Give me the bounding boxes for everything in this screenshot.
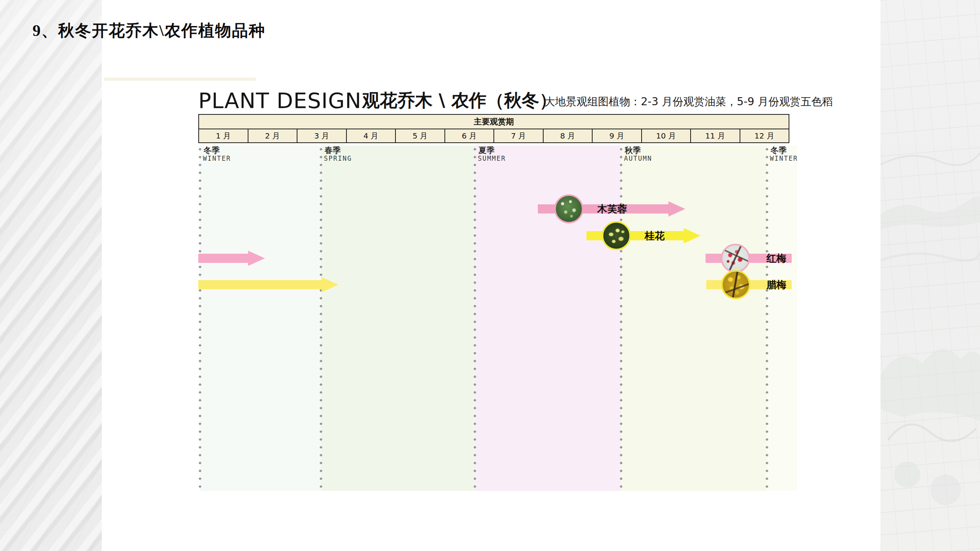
- season-label-cn: 夏季: [479, 145, 495, 156]
- season-label-cn: 春季: [325, 145, 341, 156]
- bloom-timeline-chart: 冬季WINTER春季SPRING夏季SUMMER秋季AUTUMN冬季WINTER…: [0, 0, 980, 551]
- bloom-bar: [706, 254, 792, 263]
- bloom-bar-arrowhead: [668, 201, 685, 217]
- right-ink-painting-texture: [880, 0, 980, 551]
- month-row: 1 月2 月3 月4 月5 月6 月7 月8 月9 月10 月11 月12 月: [199, 129, 789, 142]
- season-divider-dotted-line: [320, 148, 322, 491]
- month-cell: 7 月: [494, 129, 544, 142]
- bloom-bar-arrowhead: [248, 251, 265, 266]
- ink-landscape-art: [880, 0, 980, 551]
- bloom-bar-arrowhead: [322, 277, 338, 292]
- left-ink-painting-texture: [0, 0, 102, 551]
- chinese-subtitle: 观花乔木 \ 农作（秋冬）: [362, 89, 557, 112]
- season-band-autumn: [621, 145, 767, 491]
- month-cell: 10 月: [642, 129, 691, 142]
- month-cell: 8 月: [544, 129, 593, 142]
- season-band-summer: [475, 145, 621, 491]
- season-divider-dotted-line: [199, 148, 201, 491]
- plant-name-label: 腊梅: [766, 278, 786, 292]
- season-label-en: SPRING: [324, 155, 352, 162]
- mufurong-photo: [554, 194, 583, 223]
- note-text: 大地景观组图植物：2-3 月份观赏油菜，5-9 月份观赏五色稻: [544, 95, 833, 109]
- month-cell: 11 月: [691, 129, 740, 142]
- season-divider-dotted-line: [620, 148, 622, 491]
- season-band-spring: [321, 145, 475, 491]
- hongmei-photo: [721, 244, 750, 273]
- plant-design-title: PLANT DESIGN: [198, 88, 361, 113]
- month-cell: 2 月: [248, 129, 298, 142]
- bloom-bar: [198, 280, 322, 289]
- month-cell: 3 月: [297, 129, 347, 142]
- slide: 9、秋冬开花乔木\农作植物品种 PLANT DESIGN 观花乔木 \ 农作（秋…: [0, 0, 980, 551]
- month-cell: 4 月: [347, 129, 396, 142]
- season-label-en: SUMMER: [478, 155, 506, 162]
- plant-name-label: 红梅: [766, 252, 786, 265]
- month-cell: 1 月: [199, 129, 248, 142]
- bloom-bar: [198, 254, 248, 263]
- season-divider-dotted-line: [474, 148, 476, 491]
- bloom-bar: [706, 280, 792, 289]
- season-band-winter: [200, 145, 321, 491]
- season-label-cn: 冬季: [204, 145, 220, 156]
- page-title: 9、秋冬开花乔木\农作植物品种: [33, 20, 266, 41]
- season-label-en: WINTER: [203, 155, 231, 162]
- plant-name-label: 木芙蓉: [597, 202, 627, 216]
- bloom-bar-arrowhead: [684, 228, 701, 243]
- bloom-bar: [586, 231, 684, 240]
- season-label-cn: 秋季: [625, 145, 641, 156]
- season-divider-dotted-line: [766, 148, 768, 491]
- season-band-winter: [767, 145, 797, 491]
- table-header: 主要观赏期: [199, 115, 789, 129]
- month-cell: 9 月: [593, 129, 642, 142]
- season-label-cn: 冬季: [771, 145, 787, 156]
- season-label-en: WINTER: [770, 155, 798, 162]
- month-cell: 12 月: [740, 129, 789, 142]
- plant-name-label: 桂花: [645, 229, 665, 243]
- season-label-en: AUTUMN: [624, 155, 652, 162]
- bloom-bar: [538, 204, 668, 214]
- month-cell: 6 月: [445, 129, 495, 142]
- decorative-strip: [104, 78, 256, 81]
- observation-period-table: 主要观赏期 1 月2 月3 月4 月5 月6 月7 月8 月9 月10 月11 …: [198, 114, 789, 143]
- guihua-photo: [602, 221, 631, 250]
- month-cell: 5 月: [396, 129, 445, 142]
- lamei-photo: [721, 270, 750, 299]
